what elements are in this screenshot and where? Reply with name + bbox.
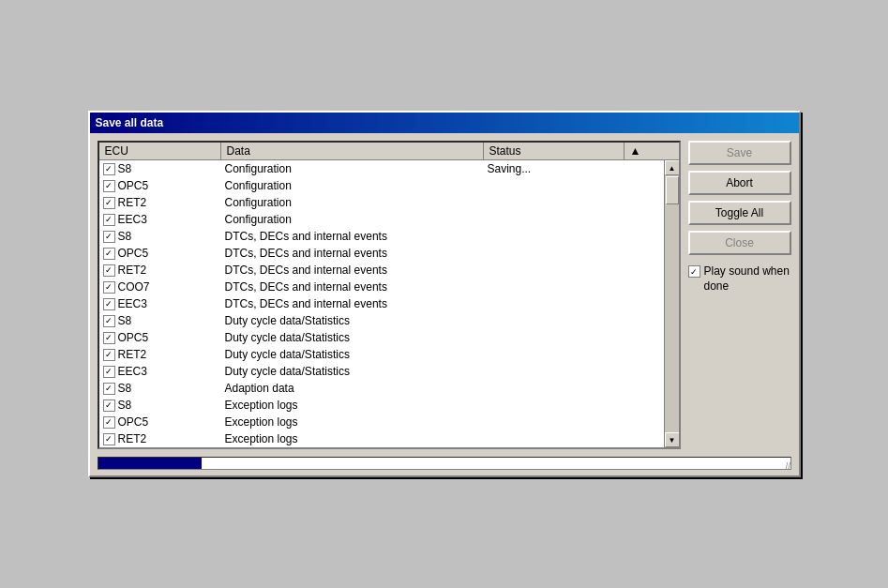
cell-ecu: ✓ S8 <box>99 398 221 413</box>
table-row: ✓ S8 Adaption data <box>99 380 679 397</box>
play-sound-label: Play sound when done <box>704 264 791 294</box>
table-row: ✓ EEC3 Configuration <box>99 211 679 228</box>
cell-status <box>484 202 625 204</box>
ecu-value: OPC5 <box>118 179 149 192</box>
scroll-up-button[interactable]: ▲ <box>665 160 679 175</box>
cell-status <box>484 421 625 423</box>
table-header: ECU Data Status ▲ <box>99 143 679 160</box>
cell-status <box>484 185 625 187</box>
ecu-value: EEC3 <box>118 365 147 378</box>
ecu-value: OPC5 <box>118 331 149 344</box>
row-checkbox[interactable]: ✓ <box>103 163 115 175</box>
cell-data: DTCs, DECs and internal events <box>221 279 484 294</box>
cell-ecu: ✓ EEC3 <box>99 364 221 379</box>
ecu-value: S8 <box>118 399 132 412</box>
dialog-title: Save all data <box>96 116 164 129</box>
cell-ecu: ✓ S8 <box>99 313 221 328</box>
table-row: ✓ OPC5 Configuration <box>99 177 679 194</box>
cell-status <box>484 404 625 406</box>
cell-ecu: ✓ RET2 <box>99 431 221 446</box>
cell-ecu: ✓ EEC3 <box>99 296 221 311</box>
table-row: ✓ RET2 Configuration <box>99 194 679 211</box>
col-header-ecu: ECU <box>99 143 221 159</box>
ecu-value: OPC5 <box>118 415 149 429</box>
cell-data: Duty cycle data/Statistics <box>221 330 484 345</box>
table-row: ✓ S8 DTCs, DECs and internal events <box>99 228 679 245</box>
cell-data: Exception logs <box>221 431 484 446</box>
row-checkbox[interactable]: ✓ <box>103 315 115 327</box>
cell-ecu: ✓ EEC3 <box>99 212 221 227</box>
table-row: ✓ S8 Configuration Saving... <box>99 160 679 177</box>
table-row: ✓ OPC5 DTCs, DECs and internal events <box>99 245 679 262</box>
ecu-value: OPC5 <box>118 247 149 260</box>
ecu-value: S8 <box>118 382 132 395</box>
row-checkbox[interactable]: ✓ <box>103 197 115 209</box>
row-checkbox[interactable]: ✓ <box>103 383 115 395</box>
cell-ecu: ✓ RET2 <box>99 195 221 210</box>
table-row: ✓ EEC3 DTCs, DECs and internal events <box>99 295 679 312</box>
table-row: ✓ EEC3 Duty cycle data/Statistics <box>99 363 679 380</box>
table-body: ✓ S8 Configuration Saving... ✓ OPC5 Conf… <box>99 160 679 447</box>
ecu-value: EEC3 <box>118 213 147 226</box>
cell-data: Exception logs <box>221 398 484 413</box>
table-row: ✓ S8 Exception logs <box>99 397 679 414</box>
ecu-value: S8 <box>118 162 132 175</box>
cell-status <box>484 370 625 372</box>
cell-status <box>484 354 625 355</box>
table-row: ✓ S8 Duty cycle data/Statistics <box>99 312 679 329</box>
save-button[interactable]: Save <box>688 141 791 165</box>
cell-data: DTCs, DECs and internal events <box>221 229 484 244</box>
row-checkbox[interactable]: ✓ <box>103 433 115 445</box>
scroll-track <box>665 175 679 432</box>
cell-data: Configuration <box>221 195 484 210</box>
row-checkbox[interactable]: ✓ <box>103 180 115 192</box>
cell-status <box>484 235 625 237</box>
cell-status <box>484 438 625 440</box>
table-row: ✓ COO7 DTCs, DECs and internal events <box>99 279 679 295</box>
cell-ecu: ✓ S8 <box>99 229 221 244</box>
row-checkbox[interactable]: ✓ <box>103 214 115 226</box>
scrollbar[interactable]: ▲ ▼ <box>664 160 679 447</box>
right-panel: Save Abort Toggle All Close ✓ Play sound… <box>688 141 791 449</box>
toggle-all-button[interactable]: Toggle All <box>688 201 791 225</box>
cell-ecu: ✓ RET2 <box>99 263 221 278</box>
cell-data: Duty cycle data/Statistics <box>221 364 484 379</box>
row-checkbox[interactable]: ✓ <box>103 349 115 361</box>
row-checkbox[interactable]: ✓ <box>103 400 115 412</box>
row-checkbox[interactable]: ✓ <box>103 264 115 277</box>
cell-ecu: ✓ OPC5 <box>99 415 221 430</box>
row-checkbox[interactable]: ✓ <box>103 248 115 260</box>
cell-ecu: ✓ RET2 <box>99 347 221 362</box>
data-table: ECU Data Status ▲ ✓ S8 Configuration Sav… <box>98 141 681 449</box>
row-checkbox[interactable]: ✓ <box>103 332 115 344</box>
close-button[interactable]: Close <box>688 231 791 255</box>
ecu-value: S8 <box>118 230 132 243</box>
ecu-value: RET2 <box>118 264 147 277</box>
play-sound-checkbox[interactable]: ✓ <box>688 265 700 278</box>
row-checkbox[interactable]: ✓ <box>103 298 115 310</box>
cell-data: Exception logs <box>221 415 484 430</box>
ecu-value: COO7 <box>118 280 150 294</box>
row-checkbox[interactable]: ✓ <box>103 366 115 378</box>
abort-button[interactable]: Abort <box>688 171 791 195</box>
cell-data: Duty cycle data/Statistics <box>221 313 484 328</box>
cell-data: DTCs, DECs and internal events <box>221 246 484 261</box>
cell-ecu: ✓ S8 <box>99 161 221 176</box>
ecu-value: RET2 <box>118 196 147 209</box>
title-bar: Save all data <box>90 113 799 133</box>
row-checkbox[interactable]: ✓ <box>103 231 115 243</box>
cell-status <box>484 337 625 339</box>
row-checkbox[interactable]: ✓ <box>103 281 115 294</box>
cell-ecu: ✓ OPC5 <box>99 246 221 261</box>
scroll-down-button[interactable]: ▼ <box>665 432 679 447</box>
ecu-value: RET2 <box>118 432 147 445</box>
cell-status <box>484 269 625 271</box>
cell-data: Duty cycle data/Statistics <box>221 347 484 362</box>
cell-data: DTCs, DECs and internal events <box>221 263 484 278</box>
scroll-thumb[interactable] <box>666 176 679 204</box>
row-checkbox[interactable]: ✓ <box>103 416 115 429</box>
ecu-value: RET2 <box>118 348 147 361</box>
cell-data: Configuration <box>221 161 484 176</box>
table-row: ✓ RET2 DTCs, DECs and internal events <box>99 262 679 279</box>
resize-handle[interactable]: // <box>786 462 797 474</box>
